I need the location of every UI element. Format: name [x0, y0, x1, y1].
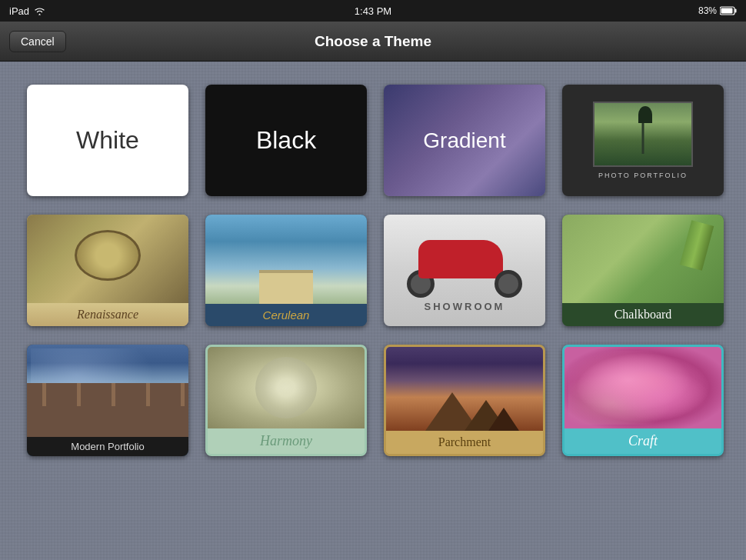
- chalkboard-image: [562, 215, 724, 303]
- parchment-image: [386, 347, 543, 431]
- theme-chalkboard-label: Chalkboard: [562, 303, 724, 326]
- theme-craft-label: Craft: [564, 428, 721, 454]
- svg-rect-2: [721, 8, 733, 14]
- theme-black[interactable]: Black: [205, 85, 367, 196]
- theme-black-label: Black: [256, 126, 316, 155]
- nav-bar: Cancel Choose a Theme: [0, 22, 746, 62]
- theme-harmony[interactable]: Harmony: [205, 345, 367, 456]
- harmony-image: [208, 347, 365, 428]
- theme-row-1: White Black Gradient PHOTO PORTFOLIO: [27, 85, 719, 196]
- colosseum-graphic: [27, 383, 188, 437]
- theme-photo-portfolio[interactable]: PHOTO PORTFOLIO: [562, 85, 724, 196]
- theme-modern-portfolio[interactable]: Modern Portfolio: [27, 345, 188, 456]
- bike-body: [418, 240, 503, 278]
- theme-harmony-label: Harmony: [208, 428, 365, 454]
- theme-showroom-label: SHOWROOM: [425, 301, 505, 312]
- renaissance-image: [27, 215, 188, 303]
- svg-rect-1: [735, 9, 737, 13]
- theme-parchment[interactable]: Parchment: [384, 345, 545, 456]
- wifi-icon: [34, 7, 45, 15]
- page-title: Choose a Theme: [315, 33, 431, 50]
- theme-white[interactable]: White: [27, 85, 188, 196]
- battery-percent: 83%: [698, 5, 717, 16]
- status-right: 83%: [698, 5, 737, 16]
- theme-row-3: Modern Portfolio Harmony Parchment Cra: [27, 345, 719, 456]
- bike-wheel-front: [495, 270, 522, 298]
- theme-showroom[interactable]: SHOWROOM: [384, 215, 545, 326]
- harmony-flower-graphic: [255, 357, 317, 418]
- showroom-bike-image: [403, 228, 526, 298]
- theme-cerulean[interactable]: Cerulean: [205, 215, 367, 326]
- modern-portfolio-image: [27, 345, 188, 437]
- theme-row-2: Renaissance Cerulean SHOWROOM Chalkboard: [27, 215, 719, 326]
- status-bar: iPad 1:43 PM 83%: [0, 0, 746, 22]
- theme-chalkboard[interactable]: Chalkboard: [562, 215, 724, 326]
- theme-modern-portfolio-label: Modern Portfolio: [27, 437, 188, 456]
- status-left: iPad: [9, 5, 45, 17]
- theme-gradient[interactable]: Gradient: [384, 85, 545, 196]
- theme-renaissance-label: Renaissance: [27, 303, 188, 326]
- theme-photo-portfolio-label: PHOTO PORTFOLIO: [598, 172, 688, 179]
- theme-white-label: White: [76, 126, 139, 155]
- theme-craft[interactable]: Craft: [562, 345, 724, 456]
- device-label: iPad: [9, 5, 29, 17]
- theme-gradient-label: Gradient: [423, 128, 505, 153]
- theme-grid: White Black Gradient PHOTO PORTFOLIO Ren…: [0, 62, 746, 560]
- battery-icon: [720, 6, 737, 15]
- pyramids-graphic: [386, 392, 543, 431]
- pyramid-3: [488, 408, 519, 431]
- photo-portfolio-image: [593, 102, 693, 167]
- status-time: 1:43 PM: [355, 5, 391, 17]
- cerulean-image: [205, 215, 367, 304]
- cancel-button[interactable]: Cancel: [9, 31, 66, 52]
- craft-petals-graphic: [568, 351, 718, 425]
- theme-renaissance[interactable]: Renaissance: [27, 215, 188, 326]
- craft-image: [564, 347, 721, 428]
- theme-cerulean-label: Cerulean: [205, 304, 367, 326]
- theme-parchment-label: Parchment: [386, 431, 543, 454]
